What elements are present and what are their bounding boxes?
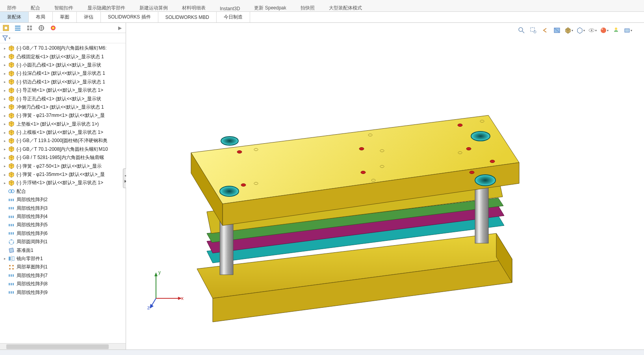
filter-icon[interactable] <box>2 35 8 41</box>
tree-item[interactable]: 局部线性阵列7 <box>1 272 126 280</box>
expand-caret-icon[interactable]: ▸ <box>2 147 7 151</box>
tree-item[interactable]: ▸镜向零部件1 <box>1 255 126 263</box>
svg-rect-35 <box>9 257 11 261</box>
svg-rect-24 <box>13 216 14 218</box>
tree-item[interactable]: 局部圆周阵列1 <box>1 238 126 246</box>
tree-item-label: 局部圆周阵列1 <box>17 239 48 245</box>
tree-item[interactable]: ▸(-) 弹簧 - φ27-50<1> (默认<<默认>_显示 <box>1 162 126 170</box>
mates-icon <box>8 188 15 195</box>
tree-item[interactable]: 局部线性阵列5 <box>1 221 126 229</box>
ribbon-group[interactable]: 大型装配体模式 <box>322 0 369 11</box>
config-manager-tab-icon[interactable] <box>26 24 33 31</box>
ribbon-group[interactable]: Instant3D <box>213 0 247 11</box>
tab-evaluate[interactable]: 评估 <box>77 12 101 22</box>
filter-bar: ▾ <box>0 33 126 43</box>
tree-item[interactable]: 局部线性阵列9 <box>1 288 126 296</box>
svg-rect-21 <box>13 207 14 209</box>
tab-sketch[interactable]: 草图 <box>53 12 77 22</box>
tree-item[interactable]: 局部草图阵列1 <box>1 263 126 271</box>
tree-item[interactable]: ▸(-) GB／T 119.1-2000[圆柱销(不淬硬钢和奥 <box>1 137 126 145</box>
tree-item[interactable]: ▸(-) GB／T 70.1-2008[内六角圆柱头螺钉M10 <box>1 145 126 153</box>
expand-caret-icon[interactable]: ▸ <box>2 46 7 50</box>
svg-rect-1 <box>4 26 7 30</box>
tree-item-label: (-) 导正孔凸模<1> (默认<<默认>_显示状 <box>17 96 101 102</box>
tree-item[interactable]: ▸冲侧刃凸模<1> (默认<<默认>_显示状态 1 <box>1 103 126 111</box>
tree-item[interactable]: 基准面1 <box>1 246 126 254</box>
expand-caret-icon[interactable]: ▸ <box>2 114 7 118</box>
tree-item[interactable]: 局部线性阵列6 <box>1 229 126 238</box>
expand-caret-icon[interactable]: ▸ <box>2 97 7 101</box>
expand-caret-icon[interactable]: ▸ <box>2 173 7 177</box>
tree-item[interactable]: 局部线性阵列8 <box>1 280 126 288</box>
ribbon-group[interactable]: 新建运动算例 <box>132 0 175 11</box>
tree-item-label: (-) 弹簧 - φ27-50<1> (默认<<默认>_显示 <box>17 163 102 170</box>
expand-caret-icon[interactable]: ▸ <box>2 89 7 92</box>
svg-rect-4 <box>15 30 20 31</box>
svg-rect-3 <box>15 28 20 29</box>
ribbon-group[interactable]: 材料明细表 <box>175 0 213 11</box>
expand-caret-icon[interactable]: ▸ <box>2 80 7 84</box>
svg-rect-18 <box>13 199 14 201</box>
ribbon-group[interactable]: 拍快照 <box>293 0 322 11</box>
tab-layout[interactable]: 布局 <box>29 12 53 22</box>
tree-item[interactable]: ▸凸模固定板<1> (默认<<默认>_显示状态 1 <box>1 52 126 61</box>
tree-item[interactable]: ▸(-) 导正销<1> (默认<<默认>_显示状态 1> <box>1 86 126 94</box>
expand-caret-icon[interactable]: ▸ <box>2 72 7 76</box>
expand-caret-icon[interactable]: ▸ <box>2 181 7 185</box>
tab-today[interactable]: 今日制造 <box>217 12 250 22</box>
svg-marker-89 <box>154 272 158 276</box>
tree-item[interactable]: ▸(-) 导正孔凸模<1> (默认<<默认>_显示状 <box>1 94 126 103</box>
expand-caret-icon[interactable]: ▸ <box>2 139 7 143</box>
tab-sw-mbd[interactable]: SOLIDWORKS MBD <box>158 12 217 22</box>
svg-point-74 <box>466 148 471 150</box>
pattern-icon <box>8 196 15 203</box>
expand-panel-icon[interactable]: ▶ <box>116 24 123 31</box>
tree-item[interactable]: 局部线性阵列2 <box>1 196 126 204</box>
tree-item[interactable]: 局部线性阵列4 <box>1 213 126 221</box>
tab-sw-addins[interactable]: SOLIDWORKS 插件 <box>101 12 158 22</box>
ribbon-group[interactable]: 显示隐藏的零部件 <box>80 0 132 11</box>
pattern-icon <box>8 230 15 237</box>
tree-item[interactable]: ▸(-) GB／T 70.1-2008[内六角圆柱头螺钉M6: <box>1 44 126 52</box>
graphics-viewport[interactable]: ▾ ▾ ▾ ▾ ▾ <box>126 23 644 349</box>
tree-item[interactable]: ▸(-) GB / T 5281-1985[内六角圆柱头轴肩螺 <box>1 153 126 162</box>
expand-caret-icon[interactable]: ▸ <box>2 164 7 168</box>
tree-item[interactable]: 局部线性阵列3 <box>1 204 126 212</box>
tab-assembly[interactable]: 装配体 <box>0 12 29 22</box>
tree-item[interactable]: ▸(-) 切边凸模<1> (默认<<默认>_显示状态 1 <box>1 78 126 86</box>
feature-tree-tab-icon[interactable] <box>2 24 9 31</box>
expand-caret-icon[interactable]: ▸ <box>2 156 7 160</box>
svg-rect-45 <box>9 283 10 285</box>
orientation-triad[interactable]: y x z <box>140 263 187 310</box>
svg-point-40 <box>9 268 11 270</box>
ribbon-group[interactable]: 部件 <box>0 0 24 11</box>
tree-item[interactable]: ▸(-) 弹簧 - φ21-35mm<1> (默认<<默认>_显 <box>1 170 126 179</box>
svg-marker-93 <box>150 304 154 309</box>
tree-h-scrollbar[interactable] <box>0 343 126 349</box>
ribbon-group[interactable]: 智能扣件 <box>47 0 80 11</box>
expand-caret-icon[interactable]: ▸ <box>2 257 7 261</box>
tree-item[interactable]: 配合 <box>1 187 126 196</box>
tree-item[interactable]: ▸上垫板<1> (默认<<默认>_显示状态 1>) <box>1 120 126 128</box>
display-manager-tab-icon[interactable] <box>50 24 57 31</box>
tree-item[interactable]: ▸(-) 拉深凸模<1> (默认<<默认>_显示状态 1 <box>1 69 126 78</box>
tree-item[interactable]: ▸(-) 上模板<1> (默认<<默认>_显示状态 1> <box>1 128 126 137</box>
dimxpert-tab-icon[interactable] <box>38 24 45 31</box>
expand-caret-icon[interactable]: ▸ <box>2 131 7 135</box>
expand-caret-icon[interactable]: ▸ <box>2 55 7 59</box>
expand-caret-icon[interactable]: ▸ <box>2 63 7 67</box>
hscroll-thumb[interactable] <box>6 344 109 349</box>
ribbon-group[interactable]: 配合 <box>24 0 47 11</box>
feature-tree[interactable]: ▸(-) GB／T 70.1-2008[内六角圆柱头螺钉M6:▸凸模固定板<1>… <box>0 43 126 343</box>
svg-point-73 <box>359 148 364 150</box>
tree-item[interactable]: ▸(-) 升浮销<1> (默认<<默认>_显示状态 1> <box>1 179 126 187</box>
part-icon <box>8 129 15 136</box>
expand-caret-icon[interactable]: ▸ <box>2 105 7 109</box>
filter-dropdown-icon[interactable]: ▾ <box>9 36 11 40</box>
expand-caret-icon[interactable]: ▸ <box>2 122 7 126</box>
svg-rect-29 <box>11 232 12 235</box>
tree-item[interactable]: ▸(-) 弹簧 - φ21-37mm<1> (默认<<默认>_显 <box>1 111 126 120</box>
tree-item[interactable]: ▸(-) 小圆孔凸模<1> (默认<<默认>_显示状 <box>1 61 126 69</box>
ribbon-group[interactable]: 更新 Speedpak <box>247 0 293 11</box>
property-manager-tab-icon[interactable] <box>14 24 21 31</box>
